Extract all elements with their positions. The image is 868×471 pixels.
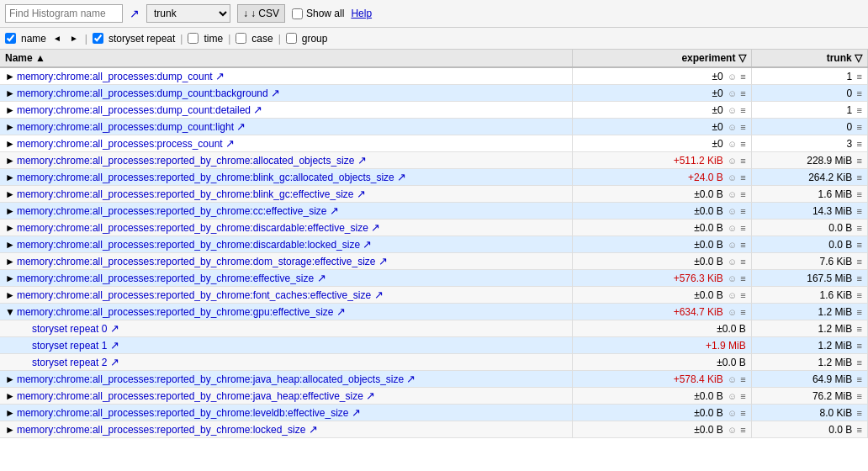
trunk-bars-icon[interactable]: ≡ (857, 324, 862, 334)
trunk-bars-icon[interactable]: ≡ (857, 290, 862, 300)
row-expand-icon[interactable]: ► (5, 172, 15, 183)
row-name-link[interactable]: memory:chrome:all_processes:reported_by_… (17, 222, 368, 234)
row-expand-icon[interactable]: ► (5, 121, 15, 133)
row-expand-icon[interactable]: ► (5, 205, 15, 217)
show-all-label[interactable]: Show all (292, 8, 344, 19)
bars-icon[interactable]: ≡ (740, 223, 745, 233)
trunk-bars-icon[interactable]: ≡ (857, 105, 862, 115)
row-name-link[interactable]: memory:chrome:all_processes:reported_by_… (17, 373, 404, 385)
row-name-link[interactable]: storyset repeat 0 (32, 323, 107, 335)
trunk-bars-icon[interactable]: ≡ (857, 257, 862, 267)
row-expand-icon[interactable]: ► (5, 424, 15, 436)
row-expand-icon[interactable]: ► (5, 104, 15, 116)
bars-icon[interactable]: ≡ (740, 139, 745, 149)
trunk-bars-icon[interactable]: ≡ (857, 341, 862, 351)
row-name-link[interactable]: storyset repeat 2 (32, 357, 107, 368)
trunk-bars-icon[interactable]: ≡ (857, 71, 862, 82)
row-name-link[interactable]: storyset repeat 1 (32, 340, 107, 352)
row-expand-icon[interactable]: ► (5, 71, 15, 82)
bars-icon[interactable]: ≡ (740, 71, 745, 82)
bars-icon[interactable]: ≡ (740, 391, 745, 401)
bars-icon[interactable]: ≡ (740, 156, 745, 166)
filter-time-checkbox[interactable] (188, 33, 198, 44)
row-name-link[interactable]: memory:chrome:all_processes:reported_by_… (17, 256, 376, 267)
trunk-bars-icon[interactable]: ≡ (857, 122, 862, 132)
trunk-bars-icon[interactable]: ≡ (857, 391, 862, 401)
trunk-bars-icon[interactable]: ≡ (857, 206, 862, 216)
row-name-link[interactable]: memory:chrome:all_processes:dump_count:b… (17, 87, 268, 99)
trunk-bars-icon[interactable]: ≡ (857, 240, 862, 250)
row-expand-icon[interactable]: ► (5, 256, 15, 267)
bars-icon[interactable]: ≡ (740, 172, 745, 183)
bars-icon[interactable]: ≡ (740, 273, 745, 283)
bars-icon[interactable]: ≡ (740, 122, 745, 132)
row-name-link[interactable]: memory:chrome:all_processes:reported_by_… (17, 424, 306, 436)
filter-storyset-checkbox[interactable] (93, 33, 103, 44)
row-expand-icon[interactable]: ▼ (5, 306, 15, 318)
trunk-bars-icon[interactable]: ≡ (857, 189, 862, 199)
bars-icon[interactable]: ≡ (740, 307, 745, 317)
row-name-link[interactable]: memory:chrome:all_processes:reported_by_… (17, 239, 360, 251)
trunk-bars-icon[interactable]: ≡ (857, 223, 862, 233)
row-expand-icon[interactable]: ► (5, 87, 15, 99)
row-expand-icon[interactable]: ► (5, 155, 15, 167)
row-expand-icon[interactable]: ► (5, 138, 15, 150)
trunk-bars-icon[interactable]: ≡ (857, 357, 862, 368)
row-expand-icon[interactable]: ► (5, 239, 15, 251)
bars-icon[interactable]: ≡ (740, 240, 745, 250)
row-name-link[interactable]: memory:chrome:all_processes:reported_by_… (17, 155, 355, 167)
row-expand-icon[interactable]: ► (5, 188, 15, 200)
bars-icon[interactable]: ≡ (740, 408, 745, 418)
trunk-value: 0.0 B ≡ (751, 421, 867, 438)
trunk-bars-icon[interactable]: ≡ (857, 425, 862, 435)
row-expand-icon[interactable]: ► (5, 390, 15, 402)
bars-icon[interactable]: ≡ (740, 374, 745, 384)
row-name-link[interactable]: memory:chrome:all_processes:dump_count:l… (17, 121, 234, 133)
trunk-bars-icon[interactable]: ≡ (857, 307, 862, 317)
col-header-name[interactable]: Name ▲ (0, 50, 573, 67)
filter-name-next[interactable]: ► (68, 34, 80, 43)
row-name-link[interactable]: memory:chrome:all_processes:reported_by_… (17, 306, 334, 318)
filter-case-checkbox[interactable] (236, 33, 246, 44)
bars-icon[interactable]: ≡ (740, 290, 745, 300)
row-name-link[interactable]: memory:chrome:all_processes:reported_by_… (17, 172, 394, 183)
trunk-bars-icon[interactable]: ≡ (857, 374, 862, 384)
col-header-trunk[interactable]: trunk ▽ (751, 50, 867, 67)
filter-name-prev[interactable]: ◄ (51, 34, 63, 43)
row-expand-icon[interactable]: ► (5, 273, 15, 284)
trunk-bars-icon[interactable]: ≡ (857, 408, 862, 418)
row-name-link[interactable]: memory:chrome:all_processes:reported_by_… (17, 205, 327, 217)
bars-icon[interactable]: ≡ (740, 105, 745, 115)
help-link[interactable]: Help (351, 8, 372, 19)
row-name-link[interactable]: memory:chrome:all_processes:process_coun… (17, 138, 223, 150)
trunk-bars-icon[interactable]: ≡ (857, 139, 862, 149)
col-header-experiment[interactable]: experiment ▽ (573, 50, 752, 67)
histogram-search-input[interactable] (5, 4, 123, 23)
csv-button[interactable]: ↓ ↓ CSV (237, 4, 285, 23)
row-name-link[interactable]: memory:chrome:all_processes:reported_by_… (17, 289, 371, 301)
row-expand-icon[interactable]: ► (5, 407, 15, 419)
bars-icon[interactable]: ≡ (740, 206, 745, 216)
trunk-bars-icon[interactable]: ≡ (857, 273, 862, 283)
filter-name-checkbox[interactable] (5, 33, 16, 44)
bars-icon[interactable]: ≡ (740, 189, 745, 199)
row-expand-icon[interactable]: ► (5, 289, 15, 301)
bars-icon[interactable]: ≡ (740, 257, 745, 267)
trunk-bars-icon[interactable]: ≡ (857, 88, 862, 98)
filter-group-checkbox[interactable] (286, 33, 297, 44)
show-all-checkbox[interactable] (292, 8, 303, 19)
row-name-link[interactable]: memory:chrome:all_processes:reported_by_… (17, 273, 314, 284)
row-name-link[interactable]: memory:chrome:all_processes:reported_by_… (17, 407, 349, 419)
row-name-link[interactable]: memory:chrome:all_processes:reported_by_… (17, 188, 354, 200)
trunk-delta: 1.2 MiB (818, 323, 853, 335)
row-expand-icon[interactable]: ► (5, 373, 15, 385)
trunk-bars-icon[interactable]: ≡ (857, 172, 862, 183)
bars-icon[interactable]: ≡ (740, 425, 745, 435)
trunk-bars-icon[interactable]: ≡ (857, 156, 862, 166)
branch-select[interactable]: trunk (146, 4, 230, 23)
row-name-link[interactable]: memory:chrome:all_processes:reported_by_… (17, 390, 363, 402)
bars-icon[interactable]: ≡ (740, 88, 745, 98)
row-name-link[interactable]: memory:chrome:all_processes:dump_count (17, 71, 213, 82)
row-name-link[interactable]: memory:chrome:all_processes:dump_count:d… (17, 104, 251, 116)
row-expand-icon[interactable]: ► (5, 222, 15, 234)
